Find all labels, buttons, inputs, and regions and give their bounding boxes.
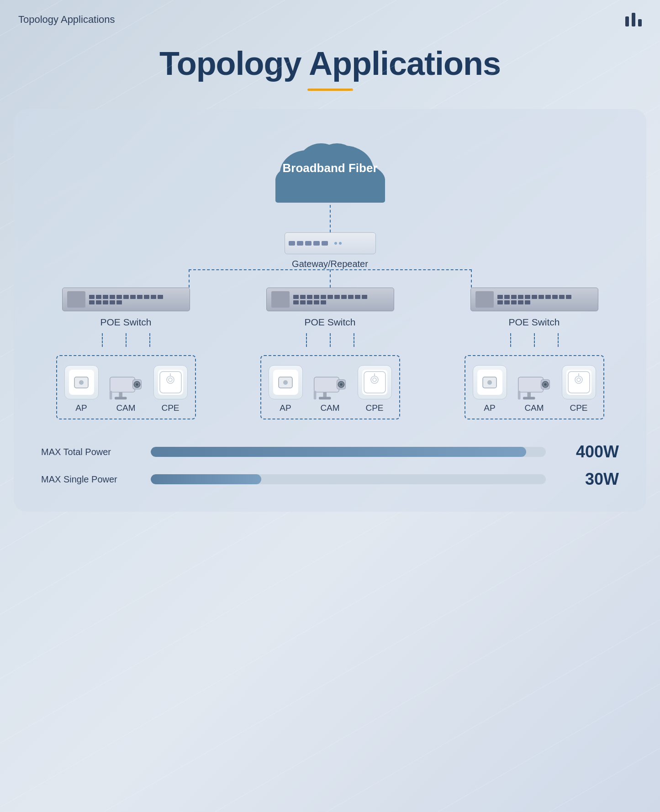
power-section: MAX Total Power 400W MAX Single Power 30… [41, 442, 619, 489]
svg-rect-27 [313, 391, 316, 399]
svg-rect-13 [115, 397, 127, 399]
ap-device-3 [473, 365, 507, 399]
poe-switch-2 [266, 288, 394, 311]
switch-label-3: POE Switch [508, 317, 560, 328]
sub-v-line-3-2 [534, 333, 535, 347]
svg-rect-34 [518, 377, 543, 392]
h-line-mid-drop [330, 269, 331, 288]
menu-bar-2 [632, 13, 635, 26]
gw-port-4 [313, 241, 320, 246]
gw-port-5 [322, 241, 328, 246]
svg-rect-14 [109, 391, 112, 399]
ap-device-1 [64, 365, 99, 399]
page-title: Topology Applications [0, 45, 660, 82]
ap-inner-1 [69, 370, 94, 395]
svg-point-33 [487, 380, 492, 385]
single-power-bar-container [151, 474, 546, 484]
sub-v-line-2-3 [354, 333, 354, 347]
gw-led-1 [334, 242, 337, 245]
ap-inner-2 [273, 370, 298, 395]
switch-body-left-2 [271, 291, 290, 308]
sub-v-line-2-1 [306, 333, 307, 347]
svg-point-20 [283, 380, 288, 385]
cam-device-2 [312, 372, 348, 399]
cpe-device-2 [358, 365, 392, 399]
ap-device-2 [269, 365, 303, 399]
endpoint-ap-1: AP [64, 365, 99, 413]
menu-bar-3 [638, 19, 642, 26]
switch-ports-3 [497, 295, 575, 304]
cloud-label: Broadband Fiber [282, 161, 377, 175]
v-line-cloud-gateway [330, 205, 331, 232]
cam-device-1 [108, 372, 144, 399]
cloud-wrapper: Broadband Fiber Gateway/Repeater [125, 132, 536, 288]
svg-rect-21 [314, 377, 339, 392]
endpoint-cpe-2: CPE [358, 365, 392, 413]
single-power-row: MAX Single Power 30W [41, 470, 619, 489]
switch-ports-1 [89, 295, 167, 304]
gateway-label: Gateway/Repeater [292, 259, 368, 269]
menu-icon[interactable] [625, 13, 642, 26]
switch-label-1: POE Switch [100, 317, 151, 328]
cloud-node: Broadband Fiber [266, 132, 394, 205]
cam-device-3 [516, 372, 553, 399]
page-heading: Topology Applications [0, 45, 660, 91]
single-power-value: 30W [555, 470, 619, 489]
menu-bar-1 [625, 16, 629, 26]
sub-v-line-3-3 [558, 333, 559, 347]
sub-dashed-3: AP [465, 355, 604, 419]
gateway-device [285, 232, 376, 254]
switch-group-1: POE Switch AP [56, 288, 196, 419]
switches-row: POE Switch AP [56, 288, 604, 419]
heading-underline [307, 89, 353, 91]
ap-label-1: AP [75, 403, 87, 413]
svg-point-11 [136, 383, 138, 386]
endpoint-cpe-1: CPE [153, 365, 188, 413]
h-line-left-drop [189, 269, 190, 288]
switch-body-left-3 [475, 291, 494, 308]
svg-rect-26 [319, 397, 331, 399]
h-line-right-drop [471, 269, 472, 288]
single-power-label: MAX Single Power [41, 474, 142, 485]
cpe-label-2: CPE [365, 403, 383, 413]
cam-label-3: CAM [524, 403, 544, 413]
single-power-bar-fill [151, 474, 261, 484]
svg-point-7 [79, 380, 84, 385]
cpe-inner-2 [362, 370, 387, 395]
cam-label-2: CAM [320, 403, 339, 413]
total-power-bar-fill [151, 447, 526, 457]
switch-ports-2 [293, 295, 371, 304]
endpoint-cam-2: CAM [312, 372, 348, 413]
gateway-wrapper: Gateway/Repeater [285, 232, 376, 269]
topology-diagram: Broadband Fiber Gateway/Repeater [41, 132, 619, 419]
total-power-value: 400W [555, 442, 619, 461]
endpoint-cam-3: CAM [516, 372, 553, 413]
sub-v-line-1-2 [126, 333, 127, 347]
ap-inner-3 [477, 370, 502, 395]
switch-group-2: POE Switch AP [260, 288, 400, 419]
cpe-label-1: CPE [161, 403, 179, 413]
gw-port-2 [297, 241, 303, 246]
ap-label-2: AP [280, 403, 291, 413]
svg-rect-5 [275, 178, 385, 203]
cpe-device-3 [562, 365, 596, 399]
endpoint-ap-3: AP [473, 365, 507, 413]
sub-v-line-1-1 [102, 333, 103, 347]
switch-group-3: POE Switch AP [465, 288, 604, 419]
sub-v-line-2-2 [330, 333, 331, 347]
gw-port-3 [305, 241, 312, 246]
poe-switch-3 [470, 288, 598, 311]
sub-v-line-1-3 [149, 333, 150, 347]
main-card: Broadband Fiber Gateway/Repeater [14, 109, 646, 512]
top-title: Topology Applications [18, 14, 115, 26]
endpoint-cam-1: CAM [108, 372, 144, 413]
top-bar: Topology Applications [0, 0, 660, 26]
cpe-label-3: CPE [570, 403, 587, 413]
endpoint-ap-2: AP [269, 365, 303, 413]
switch-label-2: POE Switch [304, 317, 355, 328]
ap-label-3: AP [484, 403, 495, 413]
svg-point-37 [544, 383, 547, 386]
cpe-device-1 [153, 365, 188, 399]
svg-rect-8 [110, 377, 135, 392]
switch-body-left-1 [67, 291, 85, 308]
